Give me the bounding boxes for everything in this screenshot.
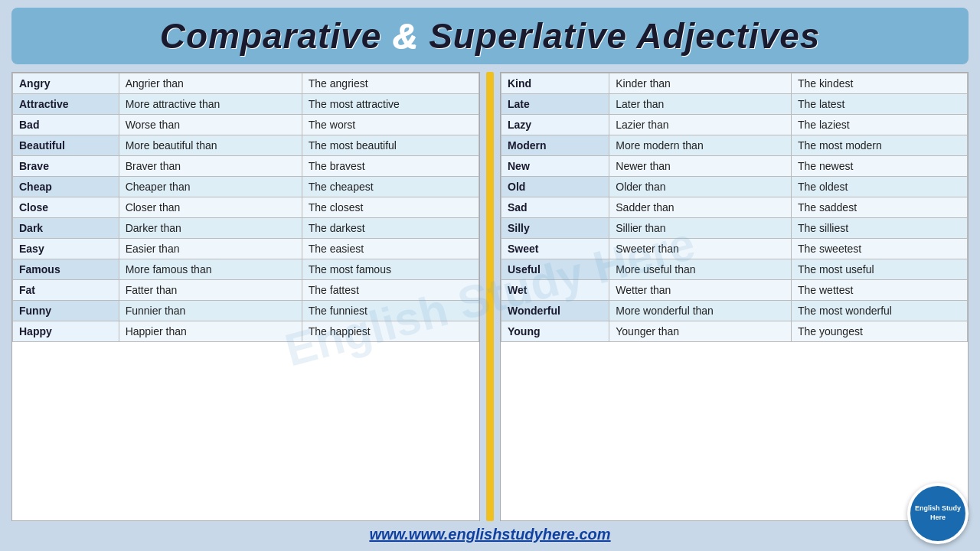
left-table-row-1-col-2: The most attractive [302, 94, 479, 115]
left-table-row-4-col-1: Braver than [119, 156, 302, 177]
left-table-row-8-col-2: The easiest [302, 239, 479, 259]
left-table-row-12-col-0: Happy [13, 321, 119, 342]
left-table-row-2-col-2: The worst [302, 115, 479, 135]
right-table-row-8-col-2: The sweetest [791, 239, 967, 259]
right-table-row-1-col-2: The latest [791, 94, 967, 115]
right-table-row-12-col-0: Young [501, 321, 609, 342]
left-table-row-11-col-0: Funny [13, 301, 119, 321]
right-table: KindKinder thanThe kindestLateLater than… [501, 73, 968, 342]
left-table-row-6-col-2: The closest [302, 197, 479, 218]
right-table-row-12-col-2: The youngest [791, 321, 967, 342]
right-table-row-0-col-1: Kinder than [609, 73, 792, 94]
right-table-row-3-col-1: More modern than [609, 135, 792, 156]
right-table-row-4-col-1: Newer than [609, 156, 792, 177]
right-table-row-7-col-2: The silliest [791, 218, 967, 239]
left-table-row-10-col-1: Fatter than [119, 280, 302, 301]
page-title: Comparative & Superlative Adjectives [27, 15, 953, 57]
left-table-row-0-col-0: Angry [13, 73, 119, 94]
title-bar: Comparative & Superlative Adjectives [11, 8, 969, 64]
left-table-row-11-col-1: Funnier than [119, 301, 302, 321]
right-table-row-1-col-0: Late [501, 94, 609, 115]
left-table-row-5-col-0: Cheap [13, 177, 119, 197]
right-table-row-10-col-2: The wettest [791, 280, 967, 301]
right-table-row-1-col-1: Later than [609, 94, 792, 115]
left-table-row-6-col-1: Closer than [119, 197, 302, 218]
left-table-row-5-col-2: The cheapest [302, 177, 479, 197]
right-table-row-10-col-1: Wetter than [609, 280, 792, 301]
divider [486, 72, 494, 521]
left-table-row-9-col-1: More famous than [119, 259, 302, 280]
left-table-row-10-col-0: Fat [13, 280, 119, 301]
right-table-row-5-col-0: Old [501, 177, 609, 197]
right-table-row-4-col-2: The newest [791, 156, 967, 177]
right-table-row-0-col-2: The kindest [791, 73, 967, 94]
left-table-row-12-col-1: Happier than [119, 321, 302, 342]
left-table-row-5-col-1: Cheaper than [119, 177, 302, 197]
left-table: AngryAngrier thanThe angriestAttractiveM… [12, 73, 479, 342]
right-table-row-4-col-0: New [501, 156, 609, 177]
left-table-row-4-col-2: The bravest [302, 156, 479, 177]
logo-line1: English Study [915, 504, 961, 514]
right-table-wrapper: KindKinder thanThe kindestLateLater than… [500, 72, 969, 521]
right-table-row-11-col-1: More wonderful than [609, 301, 792, 321]
title-amp: & [392, 16, 429, 56]
title-part2: Superlative Adjectives [429, 16, 820, 56]
left-table-row-7-col-2: The darkest [302, 218, 479, 239]
right-table-row-5-col-2: The oldest [791, 177, 967, 197]
right-table-row-5-col-1: Older than [609, 177, 792, 197]
left-table-row-2-col-1: Worse than [119, 115, 302, 135]
right-table-row-6-col-0: Sad [501, 197, 609, 218]
right-table-row-8-col-1: Sweeter than [609, 239, 792, 259]
right-table-row-11-col-0: Wonderful [501, 301, 609, 321]
right-table-row-9-col-2: The most useful [791, 259, 967, 280]
left-table-row-0-col-1: Angrier than [119, 73, 302, 94]
right-table-row-8-col-0: Sweet [501, 239, 609, 259]
left-table-row-3-col-1: More beautiful than [119, 135, 302, 156]
right-table-row-10-col-0: Wet [501, 280, 609, 301]
left-table-row-8-col-0: Easy [13, 239, 119, 259]
logo: English Study Here [907, 483, 969, 544]
right-table-row-6-col-2: The saddest [791, 197, 967, 218]
right-table-row-7-col-0: Silly [501, 218, 609, 239]
left-table-row-8-col-1: Easier than [119, 239, 302, 259]
left-table-row-11-col-2: The funniest [302, 301, 479, 321]
left-table-row-7-col-1: Darker than [119, 218, 302, 239]
right-table-row-11-col-2: The most wonderful [791, 301, 967, 321]
left-table-row-3-col-2: The most beautiful [302, 135, 479, 156]
main-content: English Study Here AngryAngrier thanThe … [11, 72, 969, 521]
right-table-row-2-col-2: The laziest [791, 115, 967, 135]
left-table-row-7-col-0: Dark [13, 218, 119, 239]
right-table-row-3-col-0: Modern [501, 135, 609, 156]
footer-url: www.www.englishstudyhere.com [369, 526, 610, 543]
right-table-row-12-col-1: Younger than [609, 321, 792, 342]
right-table-row-2-col-1: Lazier than [609, 115, 792, 135]
right-table-row-9-col-0: Useful [501, 259, 609, 280]
left-table-row-9-col-0: Famous [13, 259, 119, 280]
right-table-row-0-col-0: Kind [501, 73, 609, 94]
left-table-row-10-col-2: The fattest [302, 280, 479, 301]
left-table-row-3-col-0: Beautiful [13, 135, 119, 156]
right-table-row-6-col-1: Sadder than [609, 197, 792, 218]
left-table-row-1-col-1: More attractive than [119, 94, 302, 115]
left-table-wrapper: AngryAngrier thanThe angriestAttractiveM… [11, 72, 480, 521]
left-table-row-12-col-2: The happiest [302, 321, 479, 342]
footer[interactable]: www.www.englishstudyhere.com [369, 526, 610, 543]
right-table-row-3-col-2: The most modern [791, 135, 967, 156]
left-table-row-0-col-2: The angriest [302, 73, 479, 94]
right-table-row-2-col-0: Lazy [501, 115, 609, 135]
title-part1: Comparative [160, 16, 382, 56]
left-table-row-2-col-0: Bad [13, 115, 119, 135]
right-table-row-9-col-1: More useful than [609, 259, 792, 280]
left-table-row-6-col-0: Close [13, 197, 119, 218]
logo-line2: Here [930, 514, 946, 523]
right-table-row-7-col-1: Sillier than [609, 218, 792, 239]
left-table-row-1-col-0: Attractive [13, 94, 119, 115]
left-table-row-4-col-0: Brave [13, 156, 119, 177]
left-table-row-9-col-2: The most famous [302, 259, 479, 280]
